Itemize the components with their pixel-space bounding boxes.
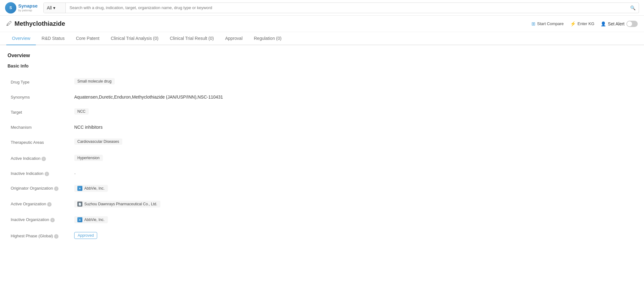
tab-overview[interactable]: Overview (6, 32, 36, 45)
tag-small-molecule: Small molecule drug (74, 78, 115, 84)
alert-label: Set Alert (608, 21, 625, 26)
dawnrays-doc-icon: 📄 (77, 202, 82, 207)
section-title: Overview (8, 53, 636, 58)
kg-label: Enter KG (578, 21, 594, 26)
label-inactive-indication: Inactive Indication i (8, 167, 71, 180)
compare-icon: ⊞ (531, 21, 536, 27)
navbar: S Synapse by patsnap All ▾ 🔍 (0, 0, 644, 16)
logo-text: Synapse by patsnap (18, 3, 38, 12)
logo-name: Synapse (18, 3, 38, 9)
search-icon[interactable]: 🔍 (630, 5, 639, 10)
abbvie-originator-name: AbbVie, Inc. (84, 186, 105, 191)
value-therapeutic-areas: Cardiovascular Diseases (72, 134, 636, 150)
logo-sub: by patsnap (18, 9, 38, 12)
compare-label: Start Compare (537, 21, 564, 26)
active-org-label-text: Active Organization (11, 202, 47, 206)
value-inactive-indication: - (72, 167, 636, 180)
tab-clinical-trial-analysis[interactable]: Clinical Trial Analysis (0) (105, 32, 164, 45)
tag-cardiovascular: Cardiovascular Diseases (74, 138, 122, 145)
tab-approval[interactable]: Approval (219, 32, 248, 45)
label-highest-phase: Highest Phase (Global) i (8, 228, 71, 244)
highest-phase-info-icon[interactable]: i (54, 234, 58, 239)
logo-icon: S (5, 2, 16, 13)
inactive-indication-info-icon[interactable]: i (45, 172, 49, 176)
tag-ncc: NCC (74, 108, 89, 115)
drug-header: 🖊 Methyclothiazide ⊞ Start Compare ⚡ Ent… (0, 16, 644, 32)
inactive-indication-label-text: Inactive Indication (11, 171, 45, 176)
alert-toggle-container: 👤 Set Alert (601, 21, 638, 27)
inactive-org-label-text: Inactive Organization (11, 217, 50, 222)
highest-phase-label-text: Highest Phase (Global) (11, 234, 54, 238)
basic-info-label: Basic Info (8, 63, 636, 68)
tab-core-patent[interactable]: Core Patent (70, 32, 105, 45)
row-target: Target NCC (8, 104, 636, 120)
org-tag-abbvie-originator: A AbbVie, Inc. (74, 185, 108, 192)
logo: S Synapse by patsnap (5, 2, 40, 13)
drug-title-row: 🖊 Methyclothiazide (6, 20, 65, 27)
originator-org-info-icon[interactable]: i (54, 186, 58, 191)
tag-approved: Approved (74, 232, 97, 239)
search-bar: All ▾ 🔍 (43, 3, 639, 13)
label-originator-org: Originator Organization i (8, 181, 71, 196)
search-type-label: All (47, 5, 52, 10)
main-content: Overview Basic Info Drug Type Small mole… (0, 45, 644, 252)
start-compare-button[interactable]: ⊞ Start Compare (531, 21, 564, 27)
row-active-indication: Active Indication i Hypertension (8, 151, 636, 166)
row-active-org: Active Organization i 📄 Suzhou Dawnrays … (8, 197, 636, 212)
row-inactive-org: Inactive Organization i A AbbVie, Inc. (8, 212, 636, 227)
value-target: NCC (72, 104, 636, 120)
value-mechanism: NCC inhibitors (72, 121, 636, 134)
header-actions: ⊞ Start Compare ⚡ Enter KG 👤 Set Alert (531, 21, 638, 27)
abbvie-inactive-logo-icon: A (77, 217, 82, 222)
active-indication-info-icon[interactable]: i (42, 157, 46, 161)
value-inactive-org: A AbbVie, Inc. (72, 212, 636, 227)
search-input[interactable] (66, 5, 630, 10)
row-highest-phase: Highest Phase (Global) i Approved (8, 228, 636, 244)
label-mechanism: Mechanism (8, 121, 71, 134)
row-originator-org: Originator Organization i A AbbVie, Inc. (8, 181, 636, 196)
value-drug-type: Small molecule drug (72, 74, 636, 90)
label-drug-type: Drug Type (8, 74, 71, 90)
tab-clinical-trial-result[interactable]: Clinical Trial Result (0) (164, 32, 219, 45)
chevron-down-icon: ▾ (53, 5, 55, 10)
alert-toggle[interactable] (626, 21, 638, 27)
tab-rd-status[interactable]: R&D Status (36, 32, 70, 45)
label-active-indication: Active Indication i (8, 151, 71, 166)
originator-org-label-text: Originator Organization (11, 186, 54, 191)
tab-regulation[interactable]: Regulation (0) (248, 32, 287, 45)
value-synonyms: Aquatensen,Duretic,Enduron,Methyclothiaz… (72, 90, 636, 104)
label-active-org: Active Organization i (8, 197, 71, 212)
alert-icon: 👤 (601, 21, 606, 26)
tabs-bar: Overview R&D Status Core Patent Clinical… (0, 32, 644, 45)
drug-icon: 🖊 (6, 20, 12, 27)
value-originator-org: A AbbVie, Inc. (72, 181, 636, 196)
label-target: Target (8, 104, 71, 120)
tag-hypertension: Hypertension (74, 155, 103, 161)
label-inactive-org: Inactive Organization i (8, 212, 71, 227)
row-synonyms: Synonyms Aquatensen,Duretic,Enduron,Meth… (8, 90, 636, 104)
org-tag-dawnrays: 📄 Suzhou Dawnrays Pharmaceutical Co., Lt… (74, 201, 160, 208)
search-type-dropdown[interactable]: All ▾ (44, 3, 66, 13)
enter-kg-button[interactable]: ⚡ Enter KG (570, 21, 594, 27)
row-therapeutic-areas: Therapeutic Areas Cardiovascular Disease… (8, 134, 636, 150)
drug-name: Methyclothiazide (14, 20, 65, 27)
value-highest-phase: Approved (72, 228, 636, 244)
info-table: Drug Type Small molecule drug Synonyms A… (8, 73, 636, 245)
row-inactive-indication: Inactive Indication i - (8, 167, 636, 180)
label-synonyms: Synonyms (8, 90, 71, 104)
dawnrays-name: Suzhou Dawnrays Pharmaceutical Co., Ltd. (84, 202, 157, 206)
inactive-org-info-icon[interactable]: i (50, 218, 55, 222)
row-drug-type: Drug Type Small molecule drug (8, 74, 636, 90)
value-active-org: 📄 Suzhou Dawnrays Pharmaceutical Co., Lt… (72, 197, 636, 212)
label-therapeutic-areas: Therapeutic Areas (8, 134, 71, 150)
org-tag-abbvie-inactive: A AbbVie, Inc. (74, 216, 108, 223)
active-indication-label-text: Active Indication (11, 156, 42, 161)
active-org-info-icon[interactable]: i (47, 202, 52, 207)
value-active-indication: Hypertension (72, 151, 636, 166)
kg-icon: ⚡ (570, 21, 576, 27)
row-mechanism: Mechanism NCC inhibitors (8, 121, 636, 134)
abbvie-inactive-name: AbbVie, Inc. (84, 218, 105, 222)
abbvie-logo-icon: A (77, 186, 82, 191)
